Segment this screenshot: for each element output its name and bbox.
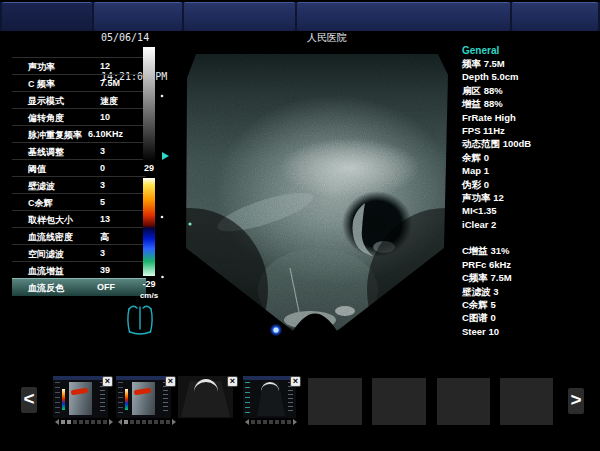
param-line: C图谱 0 [462,311,598,324]
param-line: FPS 11Hz [462,124,598,137]
velocity-unit: cm/s [135,291,163,300]
thumbnail-3[interactable]: × [178,376,233,418]
param-label: C余辉 [28,197,53,210]
grayscale-bar [143,47,155,162]
param-line: Depth 5.0cm [462,70,598,83]
param-value: 高 [100,231,109,244]
chevron-left-icon: < [23,388,34,409]
thumb-titlebar [116,376,171,380]
param-row[interactable]: 取样包大小13 [12,210,146,227]
cine-indicator [245,419,297,425]
param-value: 速度 [100,95,118,108]
topbar-box-patient [184,2,295,31]
param-line: FrRate High [462,111,598,124]
doppler-streak [71,388,89,395]
param-label: 显示模式 [28,95,64,108]
param-line: Map 1 [462,164,598,177]
param-line: C频率 7.5M [462,271,598,284]
param-row[interactable]: 壁滤波3 [12,176,146,193]
cine-indicator [55,419,113,425]
param-line: PRFc 6kHz [462,258,598,271]
param-value: 12 [100,61,110,71]
cine-prev-icon[interactable] [55,419,59,425]
param-value: 0 [100,163,105,173]
param-value: 3 [100,180,105,190]
param-line: 动态范围 100dB [462,137,598,150]
param-line: iClear 2 [462,218,598,231]
thumb-left-text [118,382,123,414]
param-value: OFF [97,282,115,292]
param-row[interactable]: 空间滤波3 [12,244,146,261]
thumbnail-slot-empty[interactable] [372,378,426,425]
thumb-titlebar [53,376,108,380]
top-status-bar: 05/06/14 14:21:00 PM 人民医院 L14-5/38 [0,2,600,31]
param-label: 声功率 [28,61,55,74]
thumbnail-2[interactable]: × [116,376,171,418]
param-label: 血流反色 [28,282,64,295]
cine-prev-icon[interactable] [118,419,122,425]
depth-marker-dot [161,95,164,98]
thumb-left-text [55,382,60,414]
param-label: 血流线密度 [28,231,73,244]
param-label: 壁滤波 [28,180,55,193]
param-label: 基线调整 [28,146,64,159]
roi-marker-dot [188,222,191,225]
param-line: C余辉 5 [462,298,598,311]
param-line: 声功率 12 [462,191,598,204]
thumb-colorbar [62,389,65,410]
scroll-left-button[interactable]: < [21,387,37,413]
thumbnail-4[interactable]: × [243,376,296,418]
param-label: 空间滤波 [28,248,64,261]
param-row[interactable]: 基线调整3 [12,142,146,159]
topbar-box-right [512,2,598,31]
focus-marker-icon [162,152,169,160]
param-row[interactable]: 血流线密度高 [12,227,146,244]
param-label: 血流增益 [28,265,64,278]
cine-next-icon[interactable] [293,419,297,425]
param-row[interactable]: 偏转角度10 [12,108,146,125]
param-label: 取样包大小 [28,214,73,227]
param-row[interactable]: 血流增益39 [12,261,146,278]
thumb-colorbar [125,389,128,410]
cine-next-icon[interactable] [172,419,176,425]
close-icon[interactable]: × [165,376,176,387]
param-line: 伪彩 0 [462,178,598,191]
param-row[interactable]: 显示模式速度 [12,91,146,108]
close-icon[interactable]: × [227,376,238,387]
param-value: 13 [100,214,110,224]
close-icon[interactable]: × [290,376,301,387]
thumb-left-text [245,382,250,414]
body-mark-icon [124,302,156,336]
ultrasound-image [160,40,460,345]
param-row[interactable]: 声功率12 [12,57,146,74]
param-line: Steer 10 [462,325,598,338]
scroll-right-button[interactable]: > [568,388,584,414]
param-label: 偏转角度 [28,112,64,125]
thumbnail-slot-empty[interactable] [437,378,490,425]
topbar-box-datetime: 05/06/14 14:21:00 PM [94,2,182,31]
close-icon[interactable]: × [102,376,113,387]
param-value: 7.5M [100,78,120,88]
param-label: C 频率 [28,78,55,91]
param-value: 39 [100,265,110,275]
param-value: 3 [100,146,105,156]
thumbnail-1[interactable]: × [53,376,108,418]
thumbnail-slot-empty[interactable] [308,378,362,425]
cine-next-icon[interactable] [109,419,113,425]
param-row[interactable]: 脉冲重复频率6.10KHz [12,125,146,142]
param-row-selected-flow-invert[interactable]: 血流反色OFF [12,278,146,296]
color-param-panel: 声功率12 C 频率7.5M 显示模式速度 偏转角度10 脉冲重复频率6.10K… [12,57,146,296]
cine-prev-icon[interactable] [245,419,249,425]
probe-arc [194,379,218,392]
param-label: 阈值 [28,163,46,176]
color-scale-min: -29 [137,279,161,289]
ultrasound-screen: 05/06/14 14:21:00 PM 人民医院 L14-5/38 声功率12… [0,0,600,451]
param-row[interactable]: 阈值0 [12,159,146,176]
color-doppler-bar [143,178,155,276]
param-line: 余辉 0 [462,151,598,164]
depth-marker-dot [161,216,164,219]
param-row[interactable]: C 频率7.5M [12,74,146,91]
param-row[interactable]: C余辉5 [12,193,146,210]
thumbnail-slot-empty[interactable] [500,378,553,425]
cursor-marker-icon [273,327,278,332]
